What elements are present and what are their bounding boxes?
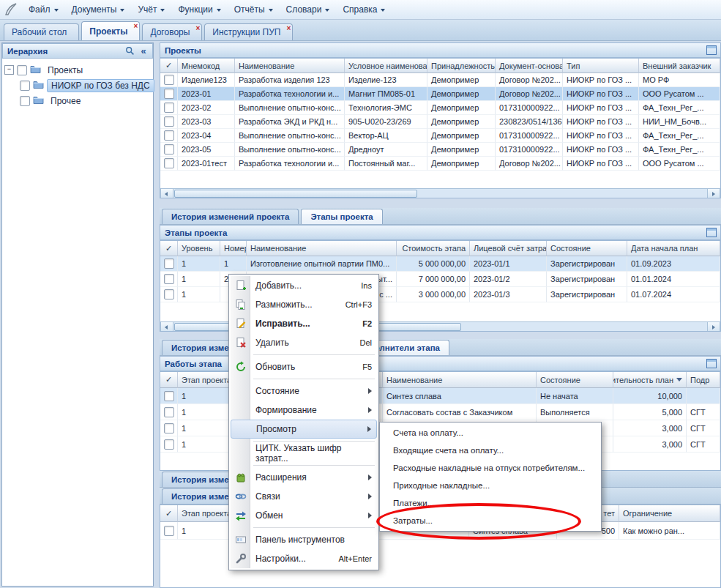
cell[interactable]: Разработка технологии и... [235, 157, 345, 171]
table-row[interactable]: 2023-02 Выполнение опытно-конс... Технол… [160, 101, 720, 115]
cell[interactable]: 2023-04 [178, 129, 235, 143]
cell[interactable]: НИОКР по ГОЗ ... [563, 143, 639, 157]
menu-help[interactable]: Справка [336, 1, 392, 18]
checkbox[interactable] [164, 274, 174, 284]
cell-check[interactable] [160, 73, 178, 87]
cell[interactable]: ФА_Техн_Рег_... [639, 129, 720, 143]
checkbox[interactable] [164, 158, 174, 168]
cell[interactable]: 017310000922... [496, 143, 563, 157]
cell-check[interactable] [160, 404, 178, 420]
submenu-item-receipt-notes[interactable]: Приходные накладные... [381, 477, 599, 494]
checkbox[interactable] [20, 81, 30, 91]
cell[interactable]: НИОКР по ГОЗ ... [563, 73, 639, 87]
check-column-header[interactable]: ✓ [160, 59, 178, 73]
cell[interactable]: Согласовать состав с Заказчиком [383, 404, 537, 420]
cell[interactable]: 10,000 [613, 388, 687, 404]
cell[interactable]: 017310000922... [496, 101, 563, 115]
cell-check[interactable] [160, 115, 178, 129]
cell[interactable]: Изготовление опытной партии ПМ0... [247, 256, 397, 272]
panel-menu-icon[interactable] [706, 227, 717, 239]
menu-documents[interactable]: Документы [65, 1, 132, 18]
cell[interactable]: НИОКР по ГОЗ ... [563, 101, 639, 115]
cell[interactable]: Выполняется [537, 404, 613, 420]
cell[interactable]: 1 [178, 256, 220, 272]
menu-item-citk-cost-code[interactable]: ЦИТК. Указать шифр затрат... [231, 444, 377, 463]
horizontal-scrollbar[interactable] [160, 188, 720, 198]
cell[interactable]: 3,000 [613, 420, 687, 436]
cell[interactable]: 2023-01/3 [470, 287, 547, 302]
cell[interactable]: Выполнение опытно-конс... [235, 101, 345, 115]
cell[interactable]: Разработка ЭКД и РКД н... [235, 115, 345, 129]
panel-menu-icon[interactable] [706, 358, 717, 370]
cell[interactable]: ООО Русатом ... [639, 87, 720, 101]
column-header[interactable]: Состояние [537, 372, 613, 388]
menu-accounting[interactable]: Учёт [131, 1, 171, 18]
cell[interactable]: 2023-01/1 [470, 256, 547, 272]
cell[interactable]: Демопример [427, 115, 496, 129]
checkbox[interactable] [17, 65, 27, 75]
checkbox[interactable] [164, 439, 174, 450]
close-icon[interactable] [287, 24, 291, 32]
checkbox[interactable] [164, 89, 174, 99]
cell-check[interactable] [160, 522, 178, 540]
cell-check[interactable] [160, 157, 178, 171]
menu-item-links[interactable]: Связи [231, 487, 377, 506]
tab-desktop[interactable]: Рабочий стол [4, 23, 79, 40]
cell[interactable]: Демопример [427, 87, 496, 101]
menu-item-delete[interactable]: Удалить Del [231, 333, 377, 352]
cell[interactable]: Демопример [427, 73, 496, 87]
table-row[interactable]: 2023-04 Выполнение опытно-конс... Вектор… [160, 129, 720, 143]
cell[interactable]: Постоянный маг... [345, 157, 427, 171]
cell[interactable]: Вектор-АЦ [345, 129, 427, 143]
tree-node-label[interactable]: Проекты [44, 64, 86, 76]
table-row[interactable]: 2023-05 Выполнение опытно-конс... Дредно… [160, 143, 720, 157]
cell[interactable]: Зарегистрирован [547, 256, 627, 272]
cell[interactable]: Изделие123 [178, 73, 235, 87]
column-header[interactable]: Наименование [235, 59, 345, 73]
column-header[interactable]: Уровень [178, 241, 220, 256]
cell[interactable]: 01.01.2024 [627, 272, 720, 287]
column-header[interactable]: Стоимость этапа [397, 241, 470, 256]
tab-project-stages[interactable]: Этапы проекта [301, 209, 382, 224]
checkbox[interactable] [164, 258, 174, 269]
cell[interactable]: Не начата [537, 388, 613, 404]
cell[interactable]: Зарегистрирован [547, 287, 627, 302]
cell-check[interactable] [160, 256, 178, 272]
cell[interactable]: 2023-05 [178, 143, 235, 157]
cell[interactable]: 2023-03 [178, 115, 235, 129]
cell[interactable]: 2023-01тест [178, 157, 235, 171]
cell[interactable]: НИОКР по ГОЗ ... [563, 115, 639, 129]
table-row-selected[interactable]: 2023-01 Разработка технологии и... Магни… [160, 87, 720, 101]
menu-reports[interactable]: Отчёты [228, 1, 280, 18]
cell[interactable]: 017310000922... [496, 129, 563, 143]
cell[interactable]: 1 [178, 287, 220, 302]
checkbox[interactable] [164, 423, 174, 433]
cell[interactable]: Договор №202... [496, 157, 563, 171]
checkbox[interactable] [164, 130, 174, 141]
cell[interactable]: СГТ [687, 420, 720, 436]
menu-item-duplicate[interactable]: Размножить... Ctrl+F3 [231, 295, 377, 314]
column-header[interactable]: Ограничение [619, 505, 720, 522]
tree-node-label[interactable]: НИОКР по ГОЗ без НДС [47, 79, 154, 92]
scroll-left-icon[interactable] [161, 322, 173, 332]
cell[interactable]: Выполнение опытно-конс... [235, 129, 345, 143]
menu-item-settings[interactable]: Настройки... Alt+Enter [231, 549, 377, 568]
menu-dictionaries[interactable]: Словари [280, 1, 337, 18]
column-header[interactable]: Наименование [383, 372, 537, 388]
cell[interactable]: 1 [220, 256, 247, 272]
collapse-panel-icon[interactable] [138, 45, 149, 57]
tab-contracts[interactable]: Договоры [142, 23, 202, 40]
cell[interactable]: СГТ [687, 436, 720, 453]
menu-item-edit[interactable]: Исправить... F2 [231, 314, 377, 333]
cell[interactable]: НИОКР по ГОЗ ... [563, 129, 639, 143]
menu-item-view[interactable]: Просмотр [231, 420, 377, 439]
cell-check[interactable] [160, 436, 178, 453]
close-icon[interactable] [134, 22, 138, 30]
menu-file[interactable]: Файл [22, 1, 65, 18]
table-row[interactable]: 2023-03 Разработка ЭКД и РКД н... 905-U0… [160, 115, 720, 129]
column-header[interactable]: Дата начала план [627, 241, 720, 256]
cell-check[interactable] [160, 272, 178, 287]
cell[interactable]: 2023-01/2 [470, 272, 547, 287]
submenu-item-expense-notes[interactable]: Расходные накладные на отпуск потребител… [381, 459, 599, 477]
cell[interactable]: ООО Русатом ... [639, 157, 720, 171]
